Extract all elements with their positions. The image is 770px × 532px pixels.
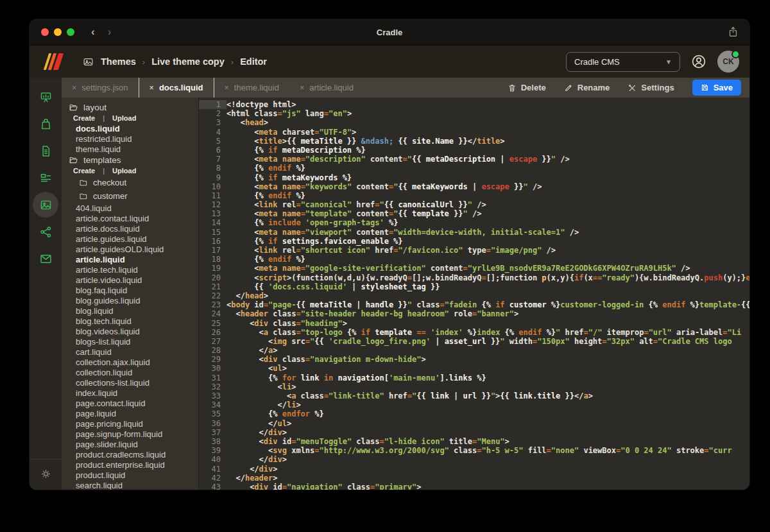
code-text[interactable]: <meta name="template" content="{{ templa…: [227, 209, 749, 218]
code-text[interactable]: </div>: [227, 465, 749, 474]
share-icon[interactable]: [727, 26, 739, 38]
tree-file-product.cradlecms.liquid[interactable]: product.cradlecms.liquid: [67, 449, 198, 459]
code-text[interactable]: </li>: [227, 400, 749, 409]
code-text[interactable]: <html class="js" lang="en">: [227, 109, 749, 118]
minimize-window-button[interactable]: [54, 28, 62, 36]
code-text[interactable]: <meta name="google-site-verification" co…: [227, 264, 749, 273]
code-text[interactable]: <svg xmlns="http://www.w3.org/2000/svg" …: [227, 446, 749, 455]
tree-file-article.guidesOLD.liquid[interactable]: article.guidesOLD.liquid: [67, 244, 198, 254]
tab-theme.liquid[interactable]: ×theme.liquid: [214, 78, 289, 98]
tree-folder-layout[interactable]: layout: [67, 101, 198, 113]
code-text[interactable]: {% include 'open-graph-tags' %}: [227, 218, 749, 227]
close-tab-icon[interactable]: ×: [225, 83, 229, 92]
tree-file-blog.guides.liquid[interactable]: blog.guides.liquid: [67, 295, 198, 305]
breadcrumb-live-theme-copy[interactable]: Live theme copy: [151, 56, 225, 67]
blog-list-icon[interactable]: [33, 165, 58, 191]
tree-folder-customer[interactable]: customer: [67, 189, 198, 203]
code-text[interactable]: <meta name="description" content="{{ met…: [227, 155, 749, 164]
code-text[interactable]: <a class="top-logo {% if template == 'in…: [227, 328, 749, 337]
tree-file-article.docs.liquid[interactable]: article.docs.liquid: [67, 223, 198, 234]
tab-settings.json[interactable]: ×settings.json: [62, 78, 139, 98]
close-tab-icon[interactable]: ×: [150, 83, 154, 92]
tree-file-blogs-list.liquid[interactable]: blogs-list.liquid: [67, 336, 198, 347]
code-text[interactable]: </div>: [227, 455, 749, 464]
tree-file-article.contact.liquid[interactable]: article.contact.liquid: [67, 213, 198, 223]
avatar[interactable]: CK: [717, 51, 739, 73]
tree-file-docs.liquid[interactable]: docs.liquid: [67, 123, 198, 133]
code-text[interactable]: <div id="navigation" class="primary">: [227, 483, 749, 490]
tree-file-blog.tech.liquid[interactable]: blog.tech.liquid: [67, 316, 198, 326]
code-text[interactable]: <div class="heading">: [227, 319, 749, 328]
presentation-chart-icon[interactable]: [33, 84, 58, 110]
code-editor[interactable]: 1<!doctype html>2<html class="js" lang="…: [199, 98, 749, 490]
rename-button[interactable]: Rename: [564, 83, 610, 92]
code-text[interactable]: <meta name="viewport" content="width=dev…: [227, 228, 749, 237]
image-icon[interactable]: [33, 192, 58, 218]
zoom-window-button[interactable]: [67, 28, 74, 36]
tree-file-article.guides.liquid[interactable]: article.guides.liquid: [67, 234, 198, 244]
code-text[interactable]: {% if metaKeywords %}: [227, 173, 749, 182]
code-text[interactable]: </ul>: [227, 419, 749, 428]
tree-file-page.slider.liquid[interactable]: page.slider.liquid: [67, 439, 198, 449]
code-text[interactable]: <li>: [227, 382, 749, 391]
code-text[interactable]: </a>: [227, 346, 749, 355]
shopping-bag-icon[interactable]: [33, 111, 58, 137]
tree-file-cart.liquid[interactable]: cart.liquid: [67, 347, 198, 357]
tree-file-search.liquid[interactable]: search.liquid: [67, 480, 198, 490]
tree-folder-checkout[interactable]: checkout: [67, 176, 198, 189]
tab-article.liquid[interactable]: ×article.liquid: [289, 78, 364, 98]
code-text[interactable]: {% endfor %}: [227, 409, 749, 418]
back-icon[interactable]: ‹: [91, 26, 95, 39]
tree-file-collections-list.liquid[interactable]: collections-list.liquid: [67, 377, 198, 388]
workspace-select[interactable]: Cradle CMS ▼: [566, 52, 680, 72]
tree-file-theme.liquid[interactable]: theme.liquid: [67, 144, 198, 154]
code-text[interactable]: <link rel="shortcut icon" href="/favicon…: [227, 246, 749, 255]
tree-file-article.tech.liquid[interactable]: article.tech.liquid: [67, 264, 198, 275]
gear-icon[interactable]: [40, 468, 52, 480]
code-text[interactable]: {% for link in navigation['main-menu'].l…: [227, 373, 749, 382]
tree-file-collection.liquid[interactable]: collection.liquid: [67, 367, 198, 377]
code-text[interactable]: <header class="site-header header-bg hea…: [227, 309, 749, 318]
code-text[interactable]: {% endif %}: [227, 191, 749, 200]
sitemap-icon[interactable]: [33, 219, 58, 245]
delete-button[interactable]: Delete: [508, 83, 546, 92]
forward-icon[interactable]: ›: [108, 26, 112, 39]
tree-file-blog.liquid[interactable]: blog.liquid: [67, 305, 198, 316]
tree-file-article.video.liquid[interactable]: article.video.liquid: [67, 275, 198, 285]
code-text[interactable]: <meta name="keywords" content="{{ metaKe…: [227, 182, 749, 191]
code-text[interactable]: </div>: [227, 428, 749, 437]
tree-file-page.contact.liquid[interactable]: page.contact.liquid: [67, 398, 198, 408]
code-text[interactable]: <div id="menuToggle" class="l-hide icon"…: [227, 437, 749, 446]
code-text[interactable]: <link rel="canonical" href="{{ canonical…: [227, 200, 749, 209]
code-text[interactable]: <!doctype html>: [227, 100, 749, 109]
code-text[interactable]: </head>: [227, 291, 749, 300]
tree-file-index.liquid[interactable]: index.liquid: [67, 388, 198, 398]
code-text[interactable]: {% if settings.favicon_enable %}: [227, 237, 749, 246]
settings-button[interactable]: Settings: [628, 83, 674, 92]
tree-file-article.liquid[interactable]: article.liquid: [67, 254, 198, 264]
code-text[interactable]: </header>: [227, 474, 749, 483]
tree-folder-templates[interactable]: templates: [67, 154, 198, 166]
tree-file-product.liquid[interactable]: product.liquid: [67, 470, 198, 480]
upload-link[interactable]: Upload: [112, 167, 136, 175]
account-icon[interactable]: [690, 53, 707, 70]
code-text[interactable]: <head>: [227, 118, 749, 127]
upload-link[interactable]: Upload: [112, 114, 136, 122]
tree-file-404.liquid[interactable]: 404.liquid: [67, 203, 198, 213]
tree-file-blog.videos.liquid[interactable]: blog.videos.liquid: [67, 326, 198, 336]
tree-file-collection.ajax.liquid[interactable]: collection.ajax.liquid: [67, 357, 198, 367]
code-text[interactable]: {% endif %}: [227, 164, 749, 173]
tree-file-page.pricing.liquid[interactable]: page.pricing.liquid: [67, 418, 198, 429]
save-button[interactable]: Save: [692, 80, 741, 96]
code-text[interactable]: <div class="navigation m-down-hide">: [227, 355, 749, 364]
mail-icon[interactable]: [33, 246, 58, 271]
code-text[interactable]: <meta charset="UTF-8">: [227, 128, 749, 137]
code-text[interactable]: <title>{{ metaTitle }} &ndash; {{ site.N…: [227, 137, 749, 146]
tab-docs.liquid[interactable]: ×docs.liquid: [139, 78, 214, 98]
code-text[interactable]: {% if metaDescription %}: [227, 146, 749, 155]
code-text[interactable]: <body id="page-{{ metaTitle | handle }}"…: [227, 300, 749, 309]
code-text[interactable]: {{ 'docs.css.liquid' | stylesheet_tag }}: [227, 282, 749, 291]
document-icon[interactable]: [33, 138, 58, 164]
create-link[interactable]: Create: [73, 167, 95, 175]
code-text[interactable]: {% endif %}: [227, 255, 749, 264]
